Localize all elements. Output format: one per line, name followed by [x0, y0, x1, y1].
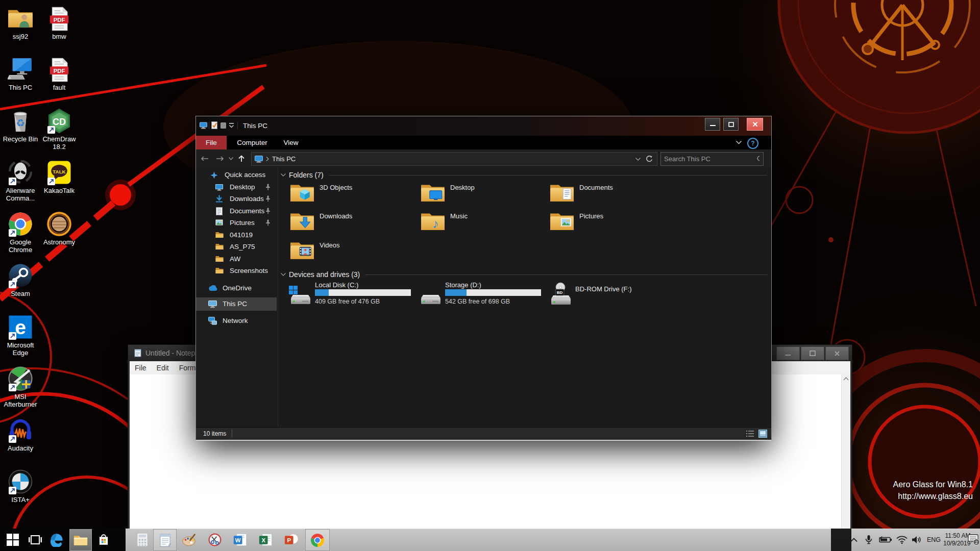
sidebar-item-as-p75[interactable]: AS_P75: [196, 241, 277, 253]
search-input[interactable]: [661, 155, 757, 163]
explorer-close-button[interactable]: [747, 118, 763, 131]
notepad-minimize-button[interactable]: [776, 346, 800, 360]
tab-view[interactable]: View: [277, 136, 305, 149]
taskbar-calculator-button[interactable]: [134, 532, 151, 548]
menu-file[interactable]: File: [130, 364, 152, 372]
desktop-icon-this-pc[interactable]: This PC: [0, 57, 42, 91]
desktop-icon-edge[interactable]: e Microsoft Edge: [0, 315, 42, 357]
tray-microphone-icon[interactable]: [865, 529, 873, 551]
qat-properties-icon[interactable]: [211, 121, 218, 130]
sidebar-item-documents[interactable]: Documents: [196, 205, 277, 217]
forward-button[interactable]: [215, 154, 225, 163]
menu-edit[interactable]: Edit: [152, 364, 174, 372]
notepad-scrollbar[interactable]: [841, 374, 850, 530]
desktop-icon-bmw-pdf[interactable]: PDF bmw: [38, 6, 81, 40]
notepad-close-button[interactable]: [825, 346, 849, 360]
sidebar-item-041019[interactable]: 041019: [196, 229, 277, 241]
taskbar-chrome-button[interactable]: [305, 529, 330, 551]
section-header-devices[interactable]: Devices and drives (3): [281, 269, 767, 280]
explorer-maximize-button[interactable]: [723, 118, 739, 131]
back-button[interactable]: [200, 154, 209, 163]
folder-tile-downloads[interactable]: Downloads: [290, 210, 412, 236]
qat-thispc-icon[interactable]: [200, 122, 208, 130]
address-bar[interactable]: This PC: [251, 152, 657, 166]
explorer-titlebar[interactable]: This PC: [196, 116, 771, 136]
qat-new-folder-icon[interactable]: [220, 122, 227, 129]
icon-label: Alienware Comma...: [0, 187, 42, 202]
drive-tile-storage-d[interactable]: Storage (D:) 542 GB free of 698 GB: [418, 281, 551, 314]
sidebar-item-downloads[interactable]: Downloads: [196, 193, 277, 205]
up-button[interactable]: [237, 154, 246, 163]
taskbar-store-button[interactable]: [95, 532, 112, 548]
taskbar-snipping-tool-button[interactable]: [206, 532, 224, 548]
sidebar-item-desktop[interactable]: Desktop: [196, 181, 277, 193]
taskbar-powerpoint-button[interactable]: P: [283, 532, 300, 548]
icon-label: ChemDraw 18.2: [38, 135, 81, 151]
desktop-icon-recycle-bin[interactable]: ♻ Recycle Bin: [0, 109, 42, 143]
drive-tile-local-disk-c[interactable]: Local Disk (C:) 409 GB free of 476 GB: [288, 281, 421, 314]
tab-file[interactable]: File: [196, 136, 227, 149]
drive-tile-bdrom-f[interactable]: BD BD-ROM Drive (F:): [548, 281, 681, 314]
sidebar-item-screenshots[interactable]: Screenshots: [196, 265, 277, 277]
desktop-icon-chrome[interactable]: Google Chrome: [0, 212, 42, 254]
tab-computer[interactable]: Computer: [231, 136, 274, 149]
desktop-mini-icon: [215, 184, 223, 191]
desktop-icon-astronomy[interactable]: Astronomy: [38, 212, 81, 246]
sidebar-item-pictures[interactable]: Pictures: [196, 217, 277, 229]
section-header-folders[interactable]: Folders (7): [281, 170, 767, 180]
tray-date: 10/9/2019: [943, 540, 970, 547]
desktop-icon-fault-pdf[interactable]: PDF fault: [38, 57, 81, 91]
sidebar-item-onedrive[interactable]: OneDrive: [196, 282, 277, 294]
icon-label: This PC: [0, 84, 42, 91]
desktop-icon-msi-afterburner[interactable]: MSI Afterburner: [0, 366, 42, 408]
taskbar-edge-button[interactable]: [48, 532, 65, 548]
folder-tile-documents[interactable]: Documents: [550, 182, 672, 207]
icon-label: Microsoft Edge: [0, 341, 42, 357]
folder-tile-videos[interactable]: Videos: [290, 239, 412, 265]
details-view-icon[interactable]: [746, 430, 754, 437]
taskbar-paint-button[interactable]: [181, 532, 198, 548]
tray-show-hidden-button[interactable]: [850, 529, 857, 551]
sidebar-item-this-pc[interactable]: This PC: [196, 297, 277, 311]
desktop-icon-kakaotalk[interactable]: TALK KakaoTalk: [38, 160, 81, 194]
desktop-icon-steam[interactable]: Steam: [0, 263, 42, 297]
sidebar-item-network[interactable]: Network: [196, 315, 277, 327]
folder-tile-desktop[interactable]: Desktop: [421, 182, 543, 207]
address-dropdown-chevron-icon[interactable]: [635, 158, 641, 161]
microsoft-store-icon: [97, 533, 110, 547]
action-center-button[interactable]: 2: [968, 529, 980, 551]
task-view-button[interactable]: [27, 532, 44, 548]
folder-tile-3d-objects[interactable]: 3D Objects: [290, 182, 412, 207]
help-icon[interactable]: ?: [747, 138, 758, 149]
qat-customize-chevron-icon[interactable]: [229, 123, 234, 129]
breadcrumb-location[interactable]: This PC: [272, 155, 296, 163]
folder-tile-music[interactable]: ♪ Music: [421, 210, 543, 236]
ribbon-expand-chevron-icon[interactable]: [736, 141, 742, 144]
taskbar-word-button[interactable]: W: [232, 532, 249, 548]
refresh-icon[interactable]: [646, 156, 653, 163]
start-button[interactable]: [4, 532, 21, 548]
desktop-icon-ssj92[interactable]: ssj92: [0, 6, 42, 40]
recent-locations-chevron-icon[interactable]: [228, 154, 234, 163]
tray-wifi-icon[interactable]: [896, 529, 908, 551]
folder-mini-icon: [215, 232, 224, 238]
taskbar-explorer-button[interactable]: [69, 529, 92, 551]
folder-tile-pictures[interactable]: Pictures: [550, 210, 672, 236]
desktop-icon-ista[interactable]: ISTA+: [0, 469, 42, 504]
taskbar-notepad-button[interactable]: [153, 529, 177, 551]
search-icon[interactable]: [757, 156, 760, 163]
search-box[interactable]: [660, 152, 764, 166]
notepad-maximize-button[interactable]: [801, 346, 824, 360]
sidebar-item-aw[interactable]: AW: [196, 253, 277, 265]
tray-clock[interactable]: 11:50 AM 10/9/2019: [943, 529, 970, 551]
tray-volume-icon[interactable]: [912, 529, 922, 551]
tray-language-indicator[interactable]: ENG: [927, 529, 941, 551]
desktop-icon-alienware[interactable]: Alienware Comma...: [0, 160, 42, 202]
desktop-icon-chemdraw[interactable]: CD ChemDraw 18.2: [38, 109, 81, 151]
taskbar-excel-button[interactable]: X: [257, 532, 275, 548]
sidebar-item-quick-access[interactable]: Quick access: [196, 169, 277, 181]
large-icons-view-icon[interactable]: [758, 430, 767, 438]
desktop-icon-audacity[interactable]: Audacity: [0, 418, 42, 452]
explorer-minimize-button[interactable]: [705, 118, 720, 131]
tray-battery-icon[interactable]: [879, 529, 892, 551]
